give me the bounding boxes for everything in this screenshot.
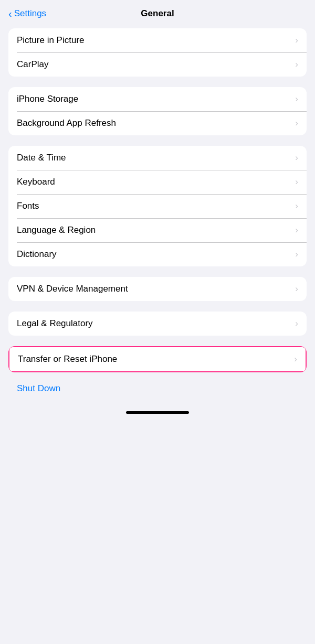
row-label: CarPlay [17,59,48,70]
back-button[interactable]: ‹ Settings [8,8,46,19]
settings-group-3: Date & Time › Keyboard › Fonts › Languag… [8,146,307,266]
chevron-icon: › [295,201,298,211]
sidebar-item-vpn-device-management[interactable]: VPN & Device Management › [8,277,307,301]
sidebar-item-keyboard[interactable]: Keyboard › [8,170,307,194]
page-title: General [141,8,174,19]
shutdown-area: Shut Down [8,372,307,401]
chevron-icon: › [295,249,298,260]
row-label: Picture in Picture [17,35,85,46]
sidebar-item-iphone-storage[interactable]: iPhone Storage › [8,87,307,111]
back-chevron-icon: ‹ [8,8,12,19]
home-indicator-area [0,405,315,418]
sidebar-item-fonts[interactable]: Fonts › [8,194,307,218]
sidebar-item-transfer-reset[interactable]: Transfer or Reset iPhone › [8,346,307,372]
settings-group-5: Legal & Regulatory › [8,312,307,336]
sidebar-item-dictionary[interactable]: Dictionary › [8,242,307,266]
row-label: Legal & Regulatory [17,318,93,329]
row-label: Background App Refresh [17,118,116,128]
sidebar-item-language-region[interactable]: Language & Region › [8,218,307,242]
settings-group-1: Picture in Picture › CarPlay › [8,28,307,77]
chevron-icon: › [295,118,298,128]
chevron-icon: › [294,354,297,364]
back-label: Settings [14,8,46,19]
sidebar-item-picture-in-picture[interactable]: Picture in Picture › [8,28,307,52]
row-label: Language & Region [17,225,96,235]
sidebar-item-date-time[interactable]: Date & Time › [8,146,307,170]
row-label: VPN & Device Management [17,284,128,294]
shutdown-button[interactable]: Shut Down [8,377,307,401]
sidebar-item-carplay[interactable]: CarPlay › [8,52,307,77]
row-label: Dictionary [17,249,57,260]
chevron-icon: › [295,153,298,163]
chevron-icon: › [295,35,298,46]
row-label: Fonts [17,201,39,211]
chevron-icon: › [295,94,298,104]
chevron-icon: › [295,177,298,187]
sidebar-item-legal-regulatory[interactable]: Legal & Regulatory › [8,312,307,336]
chevron-icon: › [295,284,298,294]
chevron-icon: › [295,59,298,70]
row-label: Date & Time [17,153,66,163]
row-label: Transfer or Reset iPhone [18,354,117,364]
home-indicator-bar [126,411,189,414]
settings-group-transfer: Transfer or Reset iPhone › [8,346,307,372]
chevron-icon: › [295,318,298,329]
chevron-icon: › [295,225,298,235]
row-label: Keyboard [17,177,55,187]
sidebar-item-background-app-refresh[interactable]: Background App Refresh › [8,111,307,135]
settings-group-4: VPN & Device Management › [8,277,307,301]
settings-content: Picture in Picture › CarPlay › iPhone St… [0,24,315,405]
header: ‹ Settings General [0,0,315,24]
settings-group-2: iPhone Storage › Background App Refresh … [8,87,307,135]
row-label: iPhone Storage [17,94,78,104]
